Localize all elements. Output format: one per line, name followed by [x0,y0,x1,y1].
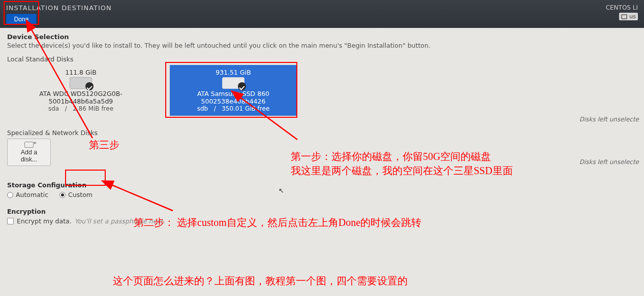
network-disks-heading: Specialized & Network Disks [7,129,637,137]
annotation-footer: 这个页面怎么进来的？上面有图，教程第一个图，四个需要设置的 [113,274,408,288]
disk-label: ATA Samsung SSD 860 5002538e408b4426 [174,90,292,105]
radio-dot-icon [59,192,66,198]
disk-size: 111.8 GiB [65,69,97,76]
keyboard-icon [621,14,627,19]
disk-size: 931.51 GiB [216,69,251,76]
distro-label: CENTOS LI [606,4,638,11]
storage-config-row: Automatic Custom [7,191,637,199]
content-area: Device Selection Select the device(s) yo… [0,28,644,230]
disks-left-note-2: Disks left unselecte [579,158,639,166]
add-disk-label: Add a disk... [14,149,44,163]
radio-automatic[interactable]: Automatic [7,191,48,199]
disk-card-sda[interactable]: 111.8 GiB ATA WDC WDS120G2G0B- 5001b448b… [7,65,155,116]
local-disks-row: 111.8 GiB ATA WDC WDS120G2G0B- 5001b448b… [7,65,637,116]
local-disks-heading: Local Standard Disks [7,55,637,63]
encryption-row: Encrypt my data. You'll set a passphrase… [7,217,637,225]
encrypt-checkbox[interactable] [7,218,14,224]
page-title: INSTALLATION DESTINATION [6,4,112,12]
disk-sep: / [214,105,216,112]
mouse-cursor-icon: ↖ [279,187,284,194]
hard-disk-icon [70,77,92,89]
disk-card-sdb[interactable]: 931.51 GiB ATA Samsung SSD 860 5002538e4… [170,65,297,116]
radio-custom-label: Custom [68,191,93,199]
add-disk-icon [24,142,34,148]
radio-automatic-label: Automatic [16,191,48,199]
keyboard-indicator[interactable]: us [619,13,638,20]
disk-dev: sdb [197,105,208,112]
keyboard-lang: us [629,13,636,20]
disk-label: ATA WDC WDS120G2G0B- 5001b448b6a5a5d9 [12,90,150,105]
encryption-heading: Encryption [7,208,637,215]
header-bar: INSTALLATION DESTINATION Done CENTOS LI … [0,0,644,28]
hard-disk-icon [222,77,244,89]
disk-free: 350.01 GiB free [222,105,269,112]
disk-free: 2.86 MiB free [73,105,113,112]
disk-free-line: sda / 2.86 MiB free [48,105,113,112]
radio-dot-icon [7,192,13,198]
encrypt-label: Encrypt my data. [17,217,72,225]
disks-left-note: Disks left unselecte [579,116,639,123]
encrypt-hint: You'll set a passphrase next. [75,217,165,225]
disk-sep: / [65,105,67,112]
disk-dev: sda [48,105,59,112]
disk-free-line: sdb / 350.01 GiB free [197,105,270,112]
device-selection-title: Device Selection [7,33,637,41]
device-selection-subtitle: Select the device(s) you'd like to insta… [7,42,637,49]
storage-config-heading: Storage Configuration [7,181,637,189]
add-disk-button[interactable]: Add a disk... [7,139,51,166]
done-button[interactable]: Done [6,14,37,25]
radio-custom[interactable]: Custom [59,191,93,199]
